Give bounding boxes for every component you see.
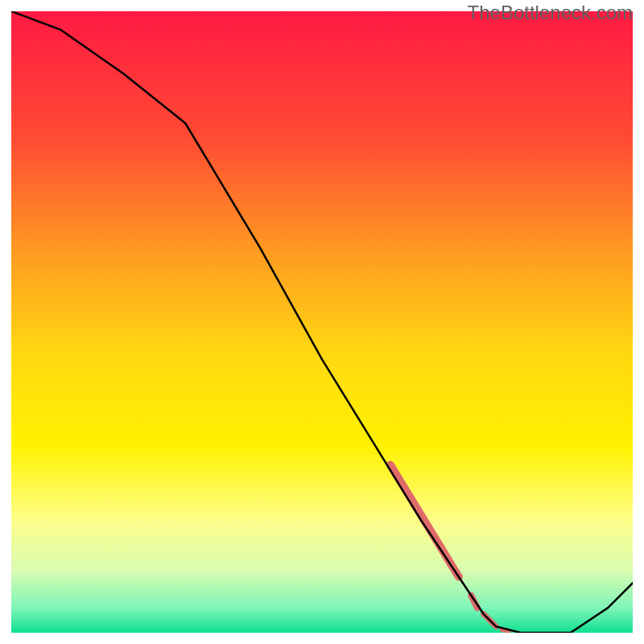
- plot-area: [11, 11, 633, 633]
- highlight-band: [390, 465, 509, 631]
- watermark-text: TheBottleneck.com: [468, 2, 633, 24]
- line-layer: [11, 11, 633, 633]
- chart-container: TheBottleneck.com: [0, 0, 644, 644]
- data-curve: [11, 11, 633, 633]
